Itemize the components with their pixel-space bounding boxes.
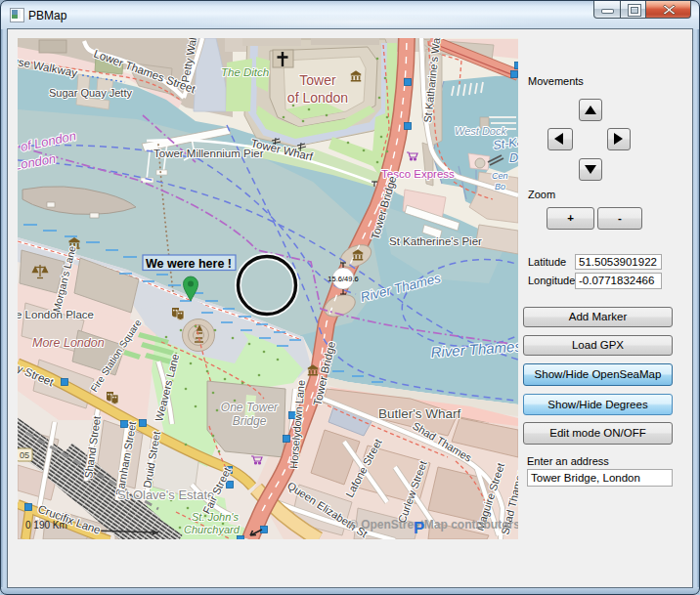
svg-text:Butler's Wharf: Butler's Wharf xyxy=(378,406,461,421)
svg-text:Sugar Quay Jetty: Sugar Quay Jetty xyxy=(49,87,132,99)
svg-text:St Olave's Estate: St Olave's Estate xyxy=(117,488,214,502)
svg-text:St. John's: St. John's xyxy=(192,511,239,523)
svg-text:D: D xyxy=(509,151,518,165)
svg-text:© OpenStreetMap contributors: © OpenStreetMap contributors xyxy=(349,518,518,531)
svg-text:Cen: Cen xyxy=(492,171,508,181)
svg-text:of London: of London xyxy=(287,90,348,106)
svg-text:One Tower: One Tower xyxy=(221,401,279,414)
svg-text:West Dock: West Dock xyxy=(455,125,506,137)
svg-text:Tower: Tower xyxy=(299,72,336,88)
svg-text:Churchyard: Churchyard xyxy=(184,524,241,535)
svg-text:Bo: Bo xyxy=(495,182,505,191)
svg-text:More London: More London xyxy=(32,336,105,350)
svg-text:The Ditch: The Ditch xyxy=(221,66,269,78)
svg-text:Bridge: Bridge xyxy=(233,414,267,428)
svg-text:Tower Millennium Pier: Tower Millennium Pier xyxy=(153,148,264,159)
svg-text:We were here !: We were here ! xyxy=(146,257,232,271)
svg-text:St Katherine's Pier: St Katherine's Pier xyxy=(389,235,482,247)
svg-text:e London Place: e London Place xyxy=(18,309,94,320)
svg-text:P: P xyxy=(414,519,424,537)
svg-text:05: 05 xyxy=(20,450,29,460)
svg-text:15.6/49.6: 15.6/49.6 xyxy=(328,275,358,283)
